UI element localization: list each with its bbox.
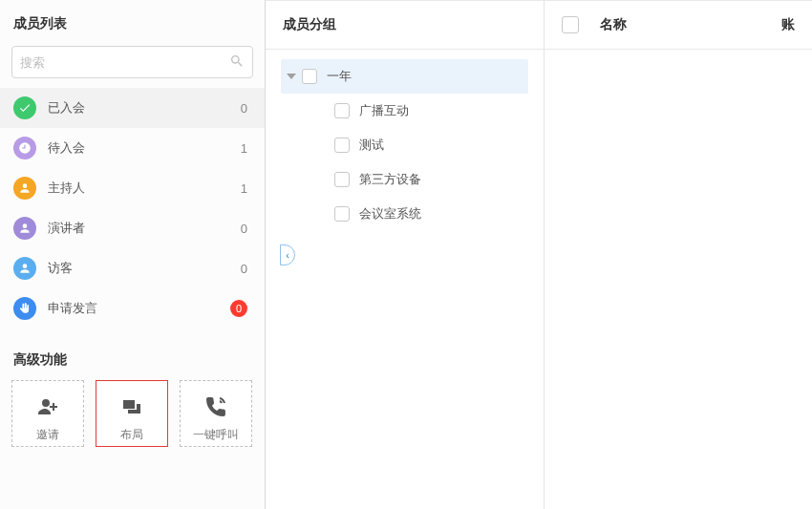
select-all-checkbox[interactable] [562, 16, 579, 33]
member-list-title: 成员列表 [0, 0, 265, 46]
checkbox[interactable] [334, 172, 350, 187]
left-panel: 成员列表 已入会0待入会1主持人1演讲者0访客0申请发言0 高级功能 邀请布局一… [0, 0, 266, 509]
status-label: 演讲者 [48, 220, 241, 237]
status-item-pending[interactable]: 待入会1 [0, 128, 265, 168]
expander-icon[interactable] [285, 70, 298, 83]
status-label: 访客 [48, 260, 241, 277]
group-tree: 一年 广播互动测试第三方设备会议室系统 [266, 50, 544, 241]
person-icon [13, 217, 36, 240]
status-item-guest[interactable]: 访客0 [0, 248, 265, 288]
status-label: 待入会 [48, 139, 241, 157]
status-item-host[interactable]: 主持人1 [0, 168, 265, 208]
chevron-left-icon: ‹ [286, 249, 289, 261]
status-item-joined[interactable]: 已入会0 [0, 88, 265, 128]
person-icon [13, 177, 36, 200]
func-label: 邀请 [36, 427, 59, 443]
group-panel: 成员分组 一年 广播互动测试第三方设备会议室系统 [266, 0, 545, 509]
func-label: 一键呼叫 [193, 427, 239, 443]
person-add-icon [34, 392, 61, 421]
status-count: 1 [241, 141, 247, 156]
function-row: 邀请布局一键呼叫 [0, 380, 265, 455]
hand-icon [13, 297, 36, 320]
search-icon [229, 53, 245, 72]
checkbox[interactable] [334, 206, 350, 222]
func-layout[interactable]: 布局 [96, 380, 168, 447]
status-count: 1 [241, 181, 247, 196]
col-account: 账 [781, 16, 795, 33]
advanced-title: 高级功能 [0, 329, 265, 380]
right-panel: 名称 账 [545, 0, 812, 509]
tree-child-row[interactable]: 会议室系统 [331, 197, 528, 231]
phone-icon [203, 392, 229, 421]
tree-children: 广播互动测试第三方设备会议室系统 [281, 94, 528, 231]
table-header: 名称 账 [545, 0, 812, 50]
tree-child-label: 会议室系统 [359, 205, 421, 223]
search-input[interactable] [20, 55, 229, 70]
tree-child-row[interactable]: 广播互动 [331, 94, 528, 128]
func-label: 布局 [120, 427, 143, 443]
status-item-request[interactable]: 申请发言0 [0, 288, 265, 329]
search-wrap [0, 46, 265, 88]
status-count: 0 [241, 222, 247, 236]
tree-child-label: 测试 [359, 137, 384, 154]
app-root: 成员列表 已入会0待入会1主持人1演讲者0访客0申请发言0 高级功能 邀请布局一… [0, 0, 812, 509]
tree-root-label: 一年 [327, 68, 352, 85]
layout-icon [118, 392, 145, 421]
checkbox[interactable] [302, 69, 317, 84]
func-invite[interactable]: 邀请 [11, 380, 84, 447]
col-name: 名称 [600, 16, 627, 33]
status-count-badge: 0 [230, 300, 247, 317]
checkbox[interactable] [334, 103, 350, 118]
tree-child-row[interactable]: 测试 [331, 128, 528, 162]
tree-child-label: 广播互动 [359, 102, 409, 119]
status-count: 0 [241, 101, 247, 116]
status-count: 0 [241, 262, 247, 276]
status-list: 已入会0待入会1主持人1演讲者0访客0申请发言0 [0, 88, 265, 329]
check-icon [13, 96, 36, 119]
group-title: 成员分组 [266, 0, 544, 50]
checkbox[interactable] [334, 138, 350, 153]
search-box[interactable] [11, 46, 253, 78]
tree-root-row[interactable]: 一年 [281, 59, 528, 94]
person-icon [13, 257, 36, 280]
status-item-speaker[interactable]: 演讲者0 [0, 208, 265, 248]
tree-child-row[interactable]: 第三方设备 [331, 162, 528, 197]
func-call[interactable]: 一键呼叫 [180, 380, 252, 447]
status-label: 申请发言 [48, 300, 230, 317]
status-label: 主持人 [48, 180, 241, 197]
tree-child-label: 第三方设备 [359, 171, 421, 188]
clock-icon [13, 137, 36, 159]
status-label: 已入会 [48, 99, 241, 117]
